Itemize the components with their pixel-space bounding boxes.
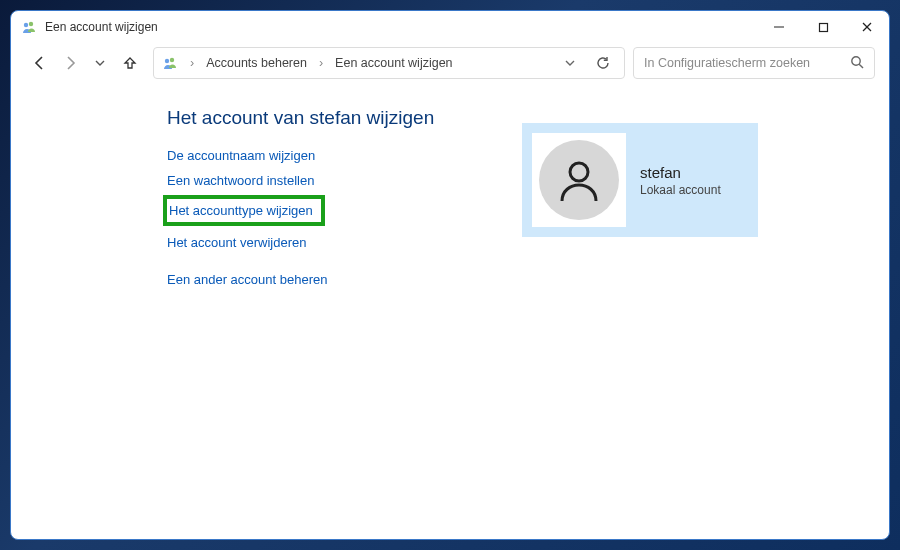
- right-column: stefan Lokaal account: [522, 103, 863, 523]
- svg-point-0: [24, 23, 28, 27]
- breadcrumb-item-accounts[interactable]: Accounts beheren: [206, 56, 307, 70]
- recent-dropdown[interactable]: [85, 48, 115, 78]
- forward-button[interactable]: [55, 48, 85, 78]
- breadcrumb-item-change-account[interactable]: Een account wijzigen: [335, 56, 452, 70]
- avatar-wrap: [532, 133, 626, 227]
- account-name: stefan: [640, 164, 721, 181]
- minimize-button[interactable]: [757, 11, 801, 43]
- account-card[interactable]: stefan Lokaal account: [522, 123, 758, 237]
- page-title: Het account van stefan wijzigen: [167, 107, 522, 129]
- account-info: stefan Lokaal account: [626, 164, 721, 197]
- svg-point-6: [165, 59, 169, 63]
- link-delete-account[interactable]: Het account verwijderen: [167, 230, 522, 255]
- window-title: Een account wijzigen: [45, 20, 158, 34]
- address-icon: [162, 55, 178, 71]
- up-button[interactable]: [115, 48, 145, 78]
- link-change-type[interactable]: Het accounttype wijzigen: [169, 201, 313, 220]
- back-button[interactable]: [25, 48, 55, 78]
- account-actions: De accountnaam wijzigen Een wachtwoord i…: [167, 143, 522, 292]
- chevron-right-icon: ›: [186, 56, 198, 70]
- avatar-icon: [539, 140, 619, 220]
- svg-line-9: [859, 64, 863, 68]
- search-box[interactable]: [633, 47, 875, 79]
- window-controls: [757, 11, 889, 43]
- search-input[interactable]: [644, 56, 850, 70]
- app-icon: [21, 19, 37, 35]
- titlebar: Een account wijzigen: [11, 11, 889, 43]
- link-change-name[interactable]: De accountnaam wijzigen: [167, 143, 522, 168]
- search-icon[interactable]: [850, 55, 864, 72]
- svg-point-7: [170, 58, 174, 62]
- highlighted-selection: Het accounttype wijzigen: [163, 195, 325, 226]
- svg-point-8: [852, 56, 860, 64]
- refresh-button[interactable]: [590, 56, 616, 70]
- chevron-right-icon: ›: [315, 56, 327, 70]
- nav-toolbar: › Accounts beheren › Een account wijzige…: [11, 43, 889, 83]
- content-area: Het account van stefan wijzigen De accou…: [11, 83, 889, 539]
- address-bar[interactable]: › Accounts beheren › Een account wijzige…: [153, 47, 625, 79]
- left-column: Het account van stefan wijzigen De accou…: [167, 103, 522, 523]
- svg-point-1: [29, 22, 33, 26]
- svg-rect-3: [819, 23, 827, 31]
- account-type: Lokaal account: [640, 183, 721, 197]
- close-button[interactable]: [845, 11, 889, 43]
- maximize-button[interactable]: [801, 11, 845, 43]
- link-manage-other[interactable]: Een ander account beheren: [167, 267, 522, 292]
- link-set-password[interactable]: Een wachtwoord instellen: [167, 168, 522, 193]
- window: Een account wijzigen › Accounts beheren …: [10, 10, 890, 540]
- address-dropdown[interactable]: [558, 57, 582, 69]
- svg-point-10: [570, 163, 588, 181]
